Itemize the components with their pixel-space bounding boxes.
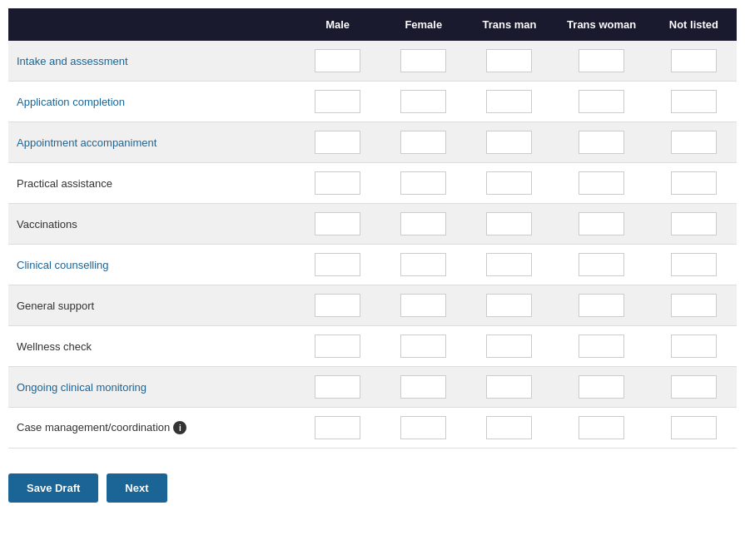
input-trans_woman-row3[interactable]	[579, 171, 624, 195]
input-not_listed-row1[interactable]	[671, 90, 717, 113]
col-header-not-listed: Not listed	[651, 8, 737, 41]
row-label-cell: Ongoing clinical monitoring	[8, 367, 295, 408]
cell-female	[380, 122, 466, 163]
input-male-row8[interactable]	[315, 375, 360, 399]
cell-female	[380, 163, 466, 204]
row-label: Vaccinations	[17, 218, 77, 230]
row-label: Practical assistance	[17, 177, 112, 190]
cell-not_listed	[651, 367, 737, 408]
input-not_listed-row3[interactable]	[671, 171, 717, 195]
cell-not_listed	[651, 285, 737, 326]
input-trans_woman-row1[interactable]	[579, 90, 624, 113]
cell-trans_man	[466, 122, 552, 163]
table-row: Vaccinations	[8, 204, 737, 245]
input-male-row1[interactable]	[315, 90, 360, 113]
input-trans_woman-row4[interactable]	[579, 212, 624, 235]
input-trans_woman-row5[interactable]	[579, 253, 624, 276]
input-male-row3[interactable]	[315, 171, 360, 195]
cell-trans_woman	[553, 122, 651, 163]
row-label-cell: Appointment accompaniment	[8, 122, 295, 163]
input-male-row7[interactable]	[315, 335, 360, 358]
save-draft-button[interactable]: Save Draft	[8, 473, 98, 503]
cell-trans_woman	[553, 245, 651, 285]
input-trans_man-row9[interactable]	[486, 416, 532, 439]
input-not_listed-row2[interactable]	[671, 131, 717, 154]
row-label: Appointment accompaniment	[17, 136, 156, 149]
cell-trans_woman	[553, 285, 651, 326]
input-male-row9[interactable]	[315, 416, 360, 439]
input-not_listed-row0[interactable]	[671, 49, 717, 72]
input-trans_woman-row2[interactable]	[579, 131, 624, 154]
input-not_listed-row5[interactable]	[671, 253, 717, 276]
table-row: General support	[8, 285, 737, 326]
input-female-row3[interactable]	[400, 171, 446, 195]
input-female-row4[interactable]	[400, 212, 446, 235]
button-row: Save Draft Next	[8, 465, 737, 511]
table-row: Clinical counselling	[8, 245, 737, 285]
row-label-cell: Practical assistance	[8, 163, 295, 204]
cell-male	[295, 82, 380, 122]
input-trans_woman-row9[interactable]	[579, 416, 624, 439]
input-female-row8[interactable]	[400, 375, 446, 399]
input-male-row4[interactable]	[315, 212, 360, 235]
input-trans_woman-row7[interactable]	[579, 335, 624, 358]
input-not_listed-row4[interactable]	[671, 212, 717, 235]
cell-trans_woman	[553, 204, 651, 245]
input-male-row0[interactable]	[315, 49, 360, 72]
input-trans_man-row5[interactable]	[486, 253, 532, 276]
cell-female	[380, 82, 466, 122]
input-not_listed-row8[interactable]	[671, 375, 717, 399]
input-trans_man-row2[interactable]	[486, 131, 532, 154]
input-male-row2[interactable]	[315, 131, 360, 154]
input-trans_man-row8[interactable]	[486, 375, 532, 399]
col-header-trans-woman: Trans woman	[553, 8, 651, 41]
input-male-row5[interactable]	[315, 253, 360, 276]
table-row: Ongoing clinical monitoring	[8, 367, 737, 408]
cell-trans_woman	[553, 408, 651, 448]
cell-not_listed	[651, 163, 737, 204]
cell-female	[380, 367, 466, 408]
table-row: Intake and assessment	[8, 41, 737, 82]
cell-male	[295, 122, 380, 163]
cell-trans_man	[466, 41, 552, 82]
next-button[interactable]: Next	[107, 473, 166, 503]
input-trans_man-row6[interactable]	[486, 294, 532, 317]
input-trans_man-row1[interactable]	[486, 90, 532, 113]
cell-female	[380, 41, 466, 82]
cell-trans_man	[466, 82, 552, 122]
input-not_listed-row9[interactable]	[671, 416, 717, 439]
input-female-row0[interactable]	[400, 49, 446, 72]
input-female-row9[interactable]	[400, 416, 446, 439]
row-label: Case management/coordination	[17, 421, 170, 434]
input-female-row7[interactable]	[400, 335, 446, 358]
input-female-row6[interactable]	[400, 294, 446, 317]
cell-not_listed	[651, 41, 737, 82]
input-female-row5[interactable]	[400, 253, 446, 276]
info-icon[interactable]: i	[173, 421, 186, 434]
cell-male	[295, 41, 380, 82]
input-trans_man-row4[interactable]	[486, 212, 532, 235]
input-trans_woman-row8[interactable]	[579, 375, 624, 399]
input-male-row6[interactable]	[315, 294, 360, 317]
input-trans_woman-row6[interactable]	[579, 294, 624, 317]
input-not_listed-row6[interactable]	[671, 294, 717, 317]
page-container: Male Female Trans man Trans woman Not li…	[0, 0, 745, 519]
cell-female	[380, 326, 466, 367]
input-not_listed-row7[interactable]	[671, 335, 717, 358]
data-table: Male Female Trans man Trans woman Not li…	[8, 8, 737, 448]
row-label-cell: General support	[8, 285, 295, 326]
input-trans_man-row7[interactable]	[486, 335, 532, 358]
input-trans_man-row3[interactable]	[486, 171, 532, 195]
cell-trans_man	[466, 245, 552, 285]
row-label: General support	[17, 300, 94, 312]
cell-not_listed	[651, 326, 737, 367]
input-female-row2[interactable]	[400, 131, 446, 154]
cell-female	[380, 408, 466, 448]
col-header-service	[8, 8, 295, 41]
col-header-male: Male	[295, 8, 380, 41]
cell-trans_man	[466, 408, 552, 448]
input-female-row1[interactable]	[400, 90, 446, 113]
cell-trans_man	[466, 367, 552, 408]
input-trans_man-row0[interactable]	[486, 49, 532, 72]
input-trans_woman-row0[interactable]	[579, 49, 624, 72]
